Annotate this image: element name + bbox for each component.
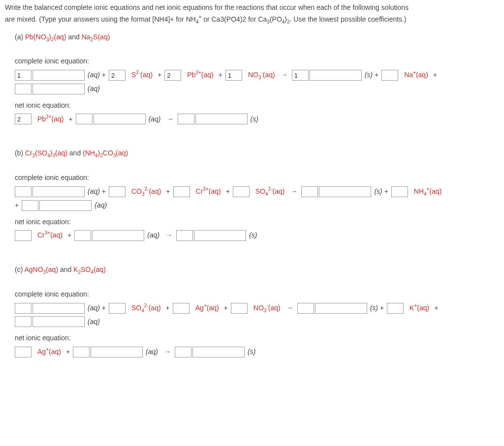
- coef-input[interactable]: [15, 347, 32, 357]
- reaction-arrow: →: [162, 230, 175, 241]
- part-a-tag: (a): [15, 33, 25, 41]
- species-label: CO32-(aq): [129, 186, 163, 198]
- part-a-complete-row2: (aq): [15, 83, 499, 95]
- state-aq: (aq): [86, 83, 102, 95]
- coef-input[interactable]: [74, 230, 91, 241]
- coef-input[interactable]: [15, 316, 32, 327]
- species-label: SO42-(aq): [253, 186, 287, 198]
- coef-input[interactable]: [233, 186, 250, 197]
- coef-input[interactable]: [15, 186, 32, 197]
- species-label: Ag+(aq): [193, 302, 221, 314]
- species-input[interactable]: [194, 230, 246, 241]
- coef-input[interactable]: [173, 186, 190, 197]
- coef-input[interactable]: [109, 303, 126, 314]
- plus-sep: +: [164, 186, 172, 198]
- coef-input[interactable]: [15, 230, 32, 241]
- instructions: Write the balanced complete ionic equati…: [5, 2, 499, 26]
- species-label: SO42-(aq): [129, 302, 163, 314]
- species-input[interactable]: [32, 186, 85, 197]
- coef-input[interactable]: [15, 114, 32, 124]
- intro-text-1: Write the balanced complete ionic equati…: [5, 3, 409, 11]
- coef-input[interactable]: [301, 186, 318, 197]
- part-b-tag: (b): [15, 149, 25, 157]
- intro-text-2e: . Use the lowest possible coefficients.): [290, 15, 407, 23]
- species-label: Na+(aq): [402, 69, 430, 81]
- part-b: (b) Cr2(SO4)3(aq) and (NH4)2CO3(aq) comp…: [5, 148, 499, 241]
- species-input[interactable]: [315, 303, 367, 314]
- plus-sep: +: [15, 200, 21, 211]
- part-c-complete-row2: (aq): [15, 316, 499, 328]
- coef-input[interactable]: [292, 70, 309, 81]
- coef-input[interactable]: [231, 303, 248, 314]
- plus-sep: +: [156, 69, 163, 81]
- species-input[interactable]: [192, 347, 245, 357]
- state-aq: (aq): [144, 346, 160, 358]
- part-c-complete-row1: (aq) + SO42-(aq) + Ag+(aq) + NO3-(aq) → …: [15, 302, 499, 314]
- species-input[interactable]: [32, 316, 85, 327]
- part-b-complete-row2: + (aq): [15, 200, 499, 211]
- species-input[interactable]: [32, 70, 85, 81]
- plus-sep: +: [222, 302, 230, 314]
- part-a-net-row: Pb2+(aq) + (aq) → (s): [15, 114, 499, 125]
- coef-input[interactable]: [176, 230, 193, 241]
- plus-sep: +: [431, 69, 439, 81]
- coef-input[interactable]: [387, 303, 404, 314]
- coef-input[interactable]: [15, 84, 32, 94]
- state-aq: (aq) +: [86, 69, 108, 81]
- part-c-tag: (c): [15, 266, 24, 273]
- coef-input[interactable]: [381, 70, 398, 81]
- state-s: (s): [246, 346, 257, 358]
- coef-input[interactable]: [225, 70, 242, 81]
- species-label: Ag+(aq): [35, 346, 63, 358]
- part-c-net-label: net ionic equation:: [15, 332, 499, 344]
- part-a-reactant-1: Pb(NO3)2(aq): [25, 33, 66, 41]
- species-input[interactable]: [91, 347, 143, 357]
- plus-sep: +: [224, 186, 232, 198]
- reaction-arrow: →: [164, 114, 177, 125]
- state-aq: (aq): [93, 200, 109, 211]
- species-label: K+(aq): [408, 302, 431, 314]
- coef-input[interactable]: [73, 347, 90, 357]
- part-c-complete-label: complete ionic equation:: [15, 289, 499, 300]
- part-a-complete-label: complete ionic equation:: [15, 56, 499, 67]
- species-input[interactable]: [92, 230, 144, 241]
- state-aq: (aq): [147, 114, 163, 125]
- intro-text-2b: or Ca3(PO4)2 for Ca: [201, 15, 267, 23]
- coef-input[interactable]: [76, 114, 93, 124]
- species-input[interactable]: [195, 114, 248, 124]
- plus-sep: +: [432, 302, 440, 314]
- part-a-complete-row1: (aq) + S2-(aq) + Pb2+(aq) + NO3-(aq) → (…: [15, 69, 499, 81]
- part-b-reactants: (b) Cr2(SO4)3(aq) and (NH4)2CO3(aq): [15, 148, 499, 159]
- coef-input[interactable]: [109, 186, 126, 197]
- species-label: Cr3+(aq): [35, 230, 64, 241]
- state-aq: (aq): [86, 316, 102, 328]
- plus-sep: +: [64, 346, 72, 358]
- coef-input[interactable]: [297, 303, 314, 314]
- state-aq: (aq) +: [86, 186, 108, 198]
- coef-input[interactable]: [175, 347, 191, 357]
- species-input[interactable]: [32, 303, 85, 314]
- coef-input[interactable]: [178, 114, 194, 124]
- coef-input[interactable]: [109, 70, 126, 81]
- plus-sep: +: [164, 302, 172, 314]
- part-a: (a) Pb(NO3)2(aq) and Na2S(aq) complete i…: [5, 31, 499, 125]
- species-input[interactable]: [32, 84, 85, 94]
- coef-input[interactable]: [164, 70, 181, 81]
- part-b-and: and: [67, 149, 83, 157]
- state-s: (s): [247, 230, 259, 241]
- part-c-reactant-1: AgNO3(aq): [24, 266, 58, 273]
- reaction-arrow: →: [284, 302, 296, 314]
- coef-input[interactable]: [15, 303, 32, 314]
- coef-input[interactable]: [15, 70, 32, 81]
- coef-input[interactable]: [22, 200, 38, 211]
- coef-input[interactable]: [173, 303, 189, 314]
- species-input[interactable]: [94, 114, 146, 124]
- part-c-reactants: (c) AgNO3(aq) and K2SO4(aq): [15, 264, 499, 276]
- state-s: (s) +: [372, 186, 390, 198]
- part-b-net-row: Cr3+(aq) + (aq) → (s): [15, 230, 499, 241]
- part-c: (c) AgNO3(aq) and K2SO4(aq) complete ion…: [5, 264, 499, 358]
- species-input[interactable]: [39, 200, 92, 211]
- species-input[interactable]: [310, 70, 362, 81]
- species-input[interactable]: [319, 186, 371, 197]
- coef-input[interactable]: [391, 186, 408, 197]
